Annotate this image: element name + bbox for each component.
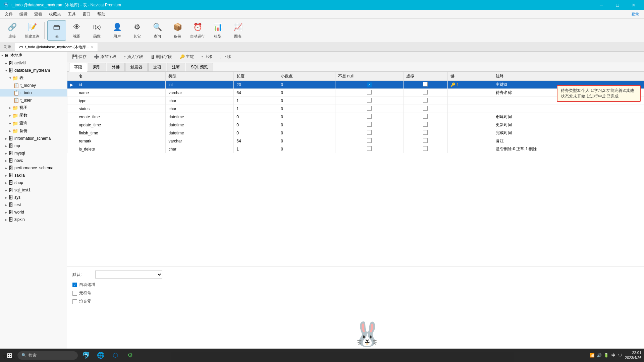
menu-item-收藏夹[interactable]: 收藏夹 [46,10,64,18]
field-tab-字段[interactable]: 字段 [69,63,87,72]
add-field-button[interactable]: ➕ 添加字段 [91,53,119,61]
login-button[interactable]: 登录 [628,10,643,18]
field-type[interactable]: datetime [166,121,234,129]
virtual-checkbox[interactable] [423,146,428,151]
field-type[interactable]: char [166,105,234,113]
field-decimal[interactable]: 0 [278,97,335,105]
field-tab-注释[interactable]: 注释 [167,63,185,71]
field-type[interactable]: char [166,97,234,105]
virtual-checkbox[interactable] [423,130,428,135]
table-row[interactable]: statuschar10 [67,105,644,113]
field-virtual[interactable] [403,113,447,121]
notnull-checkbox[interactable] [367,138,372,143]
menu-item-工具[interactable]: 工具 [64,10,79,18]
sidebar-item-activiti[interactable]: ▸🗄activiti [0,59,67,67]
toolbar-btn-模型[interactable]: 📊模型 [208,20,227,41]
field-tab-SQL 预览[interactable]: SQL 预览 [186,63,213,71]
virtual-checkbox[interactable] [423,114,428,119]
fill-zero-checkbox[interactable] [72,299,77,304]
default-select[interactable] [95,270,162,279]
auto-increment-checkbox[interactable]: ✓ [72,283,77,287]
menu-item-窗口[interactable]: 窗口 [79,10,94,18]
field-name[interactable]: remark [76,137,166,145]
field-name[interactable]: is_delete [76,145,166,153]
sidebar-item-sys[interactable]: ▸🗄sys [0,194,67,201]
taskbar-vscode[interactable]: ⬡ [109,349,122,362]
minimize-button[interactable]: ─ [594,0,609,10]
insert-field-button[interactable]: ↕ 插入字段 [121,53,146,61]
field-length[interactable]: 0 [234,113,278,121]
field-notnull[interactable] [335,105,403,113]
field-name[interactable]: update_time [76,121,166,129]
virtual-checkbox[interactable] [423,122,428,127]
sidebar-item-sakila[interactable]: ▸🗄sakila [0,172,67,179]
sidebar-item-mysql[interactable]: ▸🗄mysql [0,149,67,157]
field-tab-触发器[interactable]: 触发器 [125,63,148,71]
virtual-checkbox[interactable] [423,98,428,103]
field-length[interactable]: 1 [234,105,278,113]
menu-item-编辑[interactable]: 编辑 [16,10,31,18]
field-decimal[interactable]: 0 [278,145,335,153]
field-virtual[interactable] [403,145,447,153]
toolbar-btn-新建查询[interactable]: 📝新建查询 [23,20,42,41]
virtual-checkbox[interactable] [423,138,428,143]
field-name[interactable]: id [76,81,166,89]
notnull-checkbox[interactable]: ✓ [367,82,372,87]
taskbar-other[interactable]: ⚙ [123,349,137,362]
sidebar-item-performance_schema[interactable]: ▸🗄performance_schema [0,164,67,172]
table-row[interactable]: is_deletechar10是否删除:0:正常,1:删除 [67,145,644,153]
menu-item-查看[interactable]: 查看 [31,10,46,18]
notnull-checkbox[interactable] [367,106,372,111]
notnull-checkbox[interactable] [367,90,372,95]
tab-close-icon[interactable]: ✕ [91,45,94,49]
sidebar-item-函数[interactable]: ▸📁函数 [0,112,67,119]
field-length[interactable]: 0 [234,129,278,137]
sidebar-item-查询[interactable]: ▸📁查询 [0,119,67,127]
sidebar-item-表[interactable]: ▾📁表 [0,74,67,82]
field-virtual[interactable] [403,81,447,89]
close-button[interactable]: ✕ [626,0,641,10]
field-decimal[interactable]: 0 [278,105,335,113]
virtual-checkbox[interactable] [423,106,428,111]
sidebar-item-zipkin[interactable]: ▸🗄zipkin [0,216,67,223]
field-notnull[interactable] [335,145,403,153]
field-type[interactable]: varchar [166,89,234,97]
field-length[interactable]: 1 [234,97,278,105]
notnull-checkbox[interactable] [367,98,372,103]
taskbar-chrome[interactable]: 🌐 [94,349,107,362]
field-notnull[interactable] [335,97,403,105]
maximize-button[interactable]: □ [610,0,625,10]
field-virtual[interactable] [403,89,447,97]
notnull-checkbox[interactable] [367,130,372,135]
field-notnull[interactable] [335,89,403,97]
table-row[interactable]: update_timedatetime00更新时间 [67,121,644,129]
field-notnull[interactable] [335,137,403,145]
toolbar-btn-表[interactable]: 🗃表 [47,20,66,41]
sidebar-item-备份[interactable]: ▸📁备份 [0,127,67,135]
field-name[interactable]: finish_time [76,129,166,137]
sidebar-item-database_mydream[interactable]: ▾🗄database_mydream [0,67,67,74]
sidebar-item-mp[interactable]: ▸🗄mp [0,142,67,149]
field-length[interactable]: 64 [234,89,278,97]
field-decimal[interactable]: 0 [278,129,335,137]
field-type[interactable]: datetime [166,113,234,121]
table-row[interactable]: finish_timedatetime00完成时间 [67,129,644,137]
sidebar-item-world[interactable]: ▸🗄world [0,208,67,216]
field-name[interactable]: status [76,105,166,113]
table-row[interactable]: create_timedatetime00创建时间 [67,113,644,121]
field-notnull[interactable] [335,129,403,137]
save-button[interactable]: 💾 保存 [69,53,90,61]
field-type[interactable]: varchar [166,137,234,145]
sidebar-item-t_todo[interactable]: 📋t_todo [0,89,67,97]
notnull-checkbox[interactable] [367,122,372,127]
sidebar-item-t_user[interactable]: 📋t_user [0,97,67,104]
field-length[interactable]: 0 [234,121,278,129]
field-notnull[interactable]: ✓ [335,81,403,89]
toolbar-btn-连接[interactable]: 🔗连接 [3,20,21,41]
taskbar-navicat[interactable]: 🐬 [79,349,93,362]
move-up-button[interactable]: ↑ 上移 [198,53,216,61]
virtual-checkbox[interactable] [423,82,428,86]
sidebar-item-test[interactable]: ▸🗄test [0,201,67,208]
field-type[interactable]: int [166,81,234,89]
field-decimal[interactable]: 0 [278,137,335,145]
